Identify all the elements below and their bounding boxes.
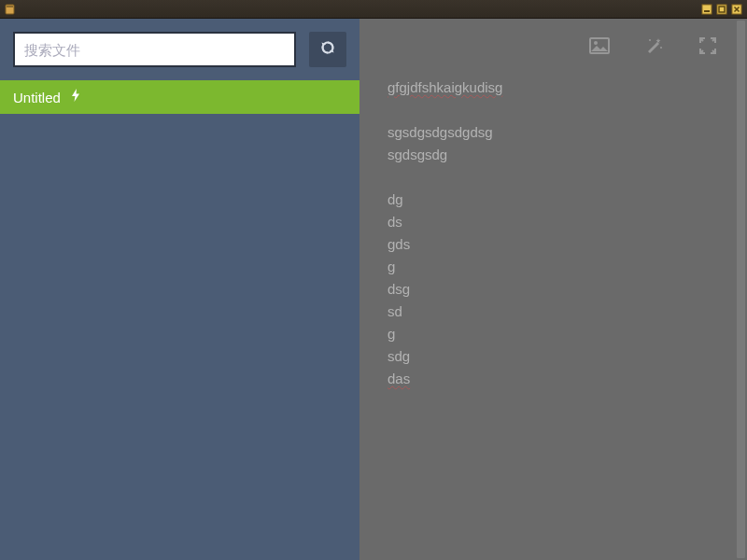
editor-line: sgsdgsdgsdgdsg [388,121,719,144]
app-icon [4,3,17,16]
search-input[interactable] [13,32,296,67]
editor-line: sd [388,301,719,323]
editor-area[interactable]: gfgjdfshkaigkudisg sgsdgsdgsdgdsgsgdsgsd… [359,73,747,409]
expand-icon[interactable] [697,35,719,57]
file-item-untitled[interactable]: Untitled [0,80,359,114]
svg-point-9 [649,39,651,41]
svg-rect-2 [702,5,712,14]
file-label: Untitled [13,90,61,105]
editor-line [388,99,719,121]
editor-line [388,166,719,189]
svg-rect-3 [704,10,710,12]
close-button[interactable] [730,3,743,16]
file-list: Untitled [0,80,359,560]
editor-line: ds [388,211,719,233]
editor-line: sgdsgsdg [388,144,719,166]
scrollbar-thumb[interactable] [737,21,745,558]
svg-point-8 [594,41,598,45]
window-titlebar [0,0,747,19]
editor-line: gds [388,233,719,256]
editor-line: g [388,256,719,278]
sidebar: Untitled [0,19,359,560]
editor-line: sdg [388,345,719,368]
svg-point-10 [660,47,662,49]
scrollbar-track[interactable] [737,21,745,558]
editor-line: das [388,368,719,390]
refresh-button[interactable] [309,32,346,67]
editor-line: g [388,323,719,345]
content-pane: gfgjdfshkaigkudisg sgsdgsdgsdgdsgsgdsgsd… [359,19,747,560]
editor-line: dg [388,189,719,211]
magic-wand-icon[interactable] [642,35,665,57]
svg-rect-1 [7,6,13,7]
editor-line: gfgjdfshkaigkudisg [388,77,719,99]
refresh-icon [319,39,336,60]
editor-line: dsg [388,278,719,301]
content-toolbar [359,19,747,73]
image-icon[interactable] [588,35,611,57]
minimize-button[interactable] [700,3,713,16]
maximize-button[interactable] [715,3,728,16]
bolt-icon [70,89,81,105]
